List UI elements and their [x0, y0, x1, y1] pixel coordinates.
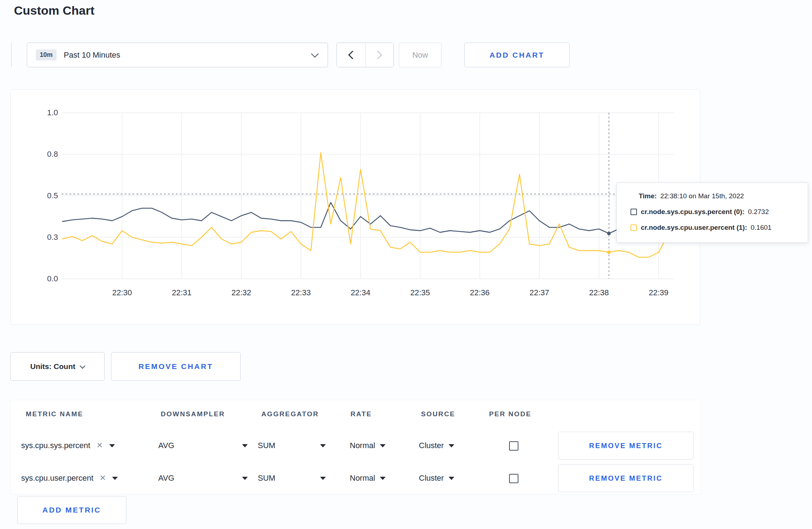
- column-header-aggregator: AGGREGATOR: [261, 410, 319, 418]
- aggregator-value: SUM: [258, 474, 275, 483]
- per-node-checkbox[interactable]: [509, 474, 518, 483]
- metrics-table: METRIC NAME DOWNSAMPLER AGGREGATOR RATE …: [10, 400, 701, 494]
- time-pager: [337, 43, 394, 67]
- add-chart-button[interactable]: ADD CHART: [464, 43, 570, 67]
- source-value: Cluster: [419, 441, 444, 450]
- chart-card: 0.00.30.50.81.0 22:3022:3122:3222:3322:3…: [10, 89, 700, 325]
- dropdown-caret-icon: [109, 444, 115, 447]
- rate-select[interactable]: Normal: [350, 432, 386, 460]
- chevron-down-icon: [80, 363, 86, 369]
- chart-tooltip: Time: 22:38:10 on Mar 15th, 2022 cr.node…: [617, 183, 808, 243]
- time-range-dropdown[interactable]: 10m Past 10 Minutes: [27, 43, 328, 67]
- rate-select[interactable]: Normal: [350, 464, 386, 492]
- tooltip-time-value: 22:38:10 on Mar 15th, 2022: [660, 192, 744, 200]
- dropdown-caret-icon: [449, 477, 454, 480]
- chevron-right-icon: [374, 50, 382, 59]
- toolbar-divider: [11, 43, 12, 67]
- series-user-swatch-icon: [630, 224, 637, 231]
- tooltip-series-label: cr.node.sys.cpu.sys.percent (0):: [641, 208, 744, 216]
- source-select[interactable]: Cluster: [419, 432, 454, 460]
- units-dropdown[interactable]: Units: Count: [10, 352, 105, 381]
- column-header-metric-name: METRIC NAME: [26, 410, 83, 418]
- aggregator-select[interactable]: SUM: [258, 432, 326, 460]
- downsampler-select[interactable]: AVG: [158, 432, 248, 460]
- tooltip-time-label: Time:: [639, 192, 657, 200]
- dropdown-caret-icon: [242, 444, 248, 447]
- tooltip-series-value: 0.2732: [748, 208, 769, 216]
- custom-chart-page: Custom Chart 10m Past 10 Minutes Now ADD…: [0, 0, 812, 529]
- dropdown-caret-icon: [449, 444, 454, 447]
- tooltip-time-row: Time: 22:38:10 on Mar 15th, 2022: [630, 191, 799, 202]
- source-value: Cluster: [419, 474, 444, 483]
- column-header-downsampler: DOWNSAMPLER: [161, 410, 225, 418]
- table-row: sys.cpu.user.percent × AVG SUM Normal Cl…: [11, 464, 701, 492]
- dropdown-caret-icon: [320, 477, 326, 480]
- next-time-button[interactable]: [365, 43, 394, 67]
- dropdown-caret-icon: [320, 444, 326, 447]
- chevron-down-icon: [311, 50, 319, 57]
- dropdown-caret-icon: [112, 477, 118, 480]
- source-select[interactable]: Cluster: [419, 464, 454, 492]
- series-sys-swatch-icon: [630, 209, 637, 215]
- metric-name-value: sys.cpu.sys.percent: [21, 441, 90, 450]
- page-title: Custom Chart: [14, 4, 95, 18]
- per-node-checkbox[interactable]: [509, 441, 518, 451]
- aggregator-select[interactable]: SUM: [258, 464, 326, 492]
- prev-time-button[interactable]: [337, 43, 365, 67]
- now-button[interactable]: Now: [399, 43, 441, 67]
- rate-value: Normal: [350, 474, 375, 483]
- tooltip-series-row: cr.node.sys.cpu.sys.percent (0): 0.2732: [630, 207, 799, 217]
- dropdown-caret-icon: [380, 477, 386, 480]
- clear-metric-icon[interactable]: ×: [97, 440, 102, 450]
- remove-metric-button[interactable]: REMOVE METRIC: [558, 464, 693, 492]
- column-header-rate: RATE: [351, 410, 372, 418]
- column-header-source: SOURCE: [421, 410, 455, 418]
- remove-chart-button[interactable]: REMOVE CHART: [111, 352, 241, 381]
- tooltip-series-label: cr.node.sys.cpu.user.percent (1):: [641, 224, 747, 232]
- aggregator-value: SUM: [258, 441, 275, 450]
- table-row: sys.cpu.sys.percent × AVG SUM Normal Clu…: [11, 432, 701, 460]
- add-metric-button[interactable]: ADD METRIC: [17, 496, 126, 524]
- dropdown-caret-icon: [380, 444, 386, 447]
- remove-metric-button[interactable]: REMOVE METRIC: [558, 432, 693, 460]
- column-header-per-node: PER NODE: [489, 410, 531, 418]
- units-label: Units: Count: [30, 362, 76, 371]
- metric-name-select[interactable]: sys.cpu.sys.percent ×: [21, 432, 115, 460]
- clear-metric-icon[interactable]: ×: [100, 473, 106, 483]
- metric-name-value: sys.cpu.user.percent: [21, 474, 93, 483]
- tooltip-series-value: 0.1601: [751, 224, 772, 232]
- metric-name-select[interactable]: sys.cpu.user.percent ×: [21, 464, 118, 492]
- downsampler-value: AVG: [158, 441, 174, 450]
- chevron-left-icon: [348, 50, 357, 59]
- time-range-badge: 10m: [36, 49, 57, 60]
- downsampler-value: AVG: [158, 474, 174, 483]
- chart-svg[interactable]: [11, 89, 701, 325]
- time-range-label: Past 10 Minutes: [64, 50, 120, 60]
- rate-value: Normal: [350, 441, 375, 450]
- dropdown-caret-icon: [242, 477, 248, 480]
- downsampler-select[interactable]: AVG: [158, 464, 248, 492]
- tooltip-series-row: cr.node.sys.cpu.user.percent (1): 0.1601: [630, 222, 799, 233]
